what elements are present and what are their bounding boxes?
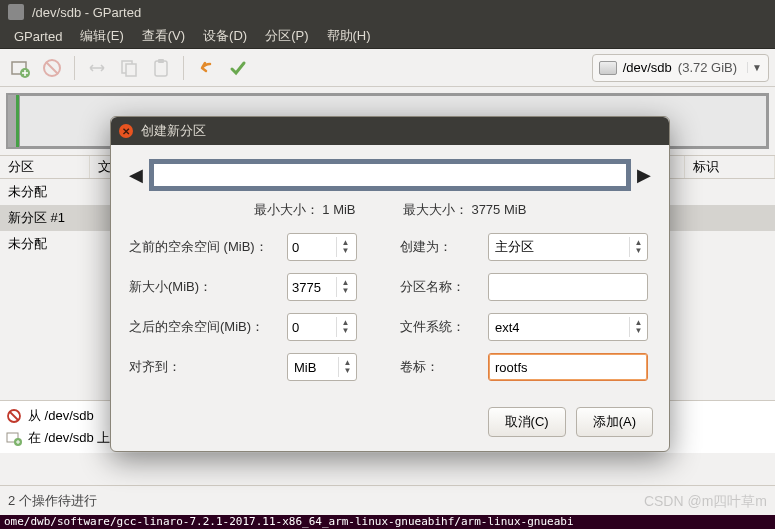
slider-right-handle[interactable]: ▶ <box>637 164 651 186</box>
svg-rect-5 <box>155 61 167 76</box>
dialog-titlebar[interactable]: ✕ 创建新分区 <box>111 117 669 145</box>
max-size-label: 最大大小： <box>403 202 468 217</box>
filesystem-label: 文件系统： <box>400 318 480 336</box>
partition-name-input[interactable] <box>488 273 648 301</box>
pending-text: 从 /dev/sdb <box>28 407 94 425</box>
menu-edit[interactable]: 编辑(E) <box>72 25 131 47</box>
slider-track[interactable] <box>149 159 631 191</box>
create-as-label: 创建为： <box>400 238 480 256</box>
row-label: 新分区 #1 <box>8 209 65 227</box>
min-size-value: 1 MiB <box>322 202 355 217</box>
disk-icon <box>599 61 617 75</box>
chevron-updown-icon: ▲▼ <box>629 317 647 337</box>
new-partition-button[interactable] <box>6 54 34 82</box>
status-text: 2 个操作待进行 <box>8 493 97 508</box>
new-size-input[interactable]: ▲▼ <box>287 273 357 301</box>
partition-name-label: 分区名称： <box>400 278 480 296</box>
add-button[interactable]: 添加(A) <box>576 407 653 437</box>
menu-view[interactable]: 查看(V) <box>134 25 193 47</box>
free-after-input[interactable]: ▲▼ <box>287 313 357 341</box>
stepper-arrows[interactable]: ▲▼ <box>336 237 354 257</box>
menu-partition[interactable]: 分区(P) <box>257 25 316 47</box>
volume-label-input[interactable] <box>488 353 648 381</box>
col-partition[interactable]: 分区 <box>0 156 90 178</box>
min-size-label: 最小大小： <box>254 202 319 217</box>
dialog-buttons: 取消(C) 添加(A) <box>111 395 669 451</box>
menubar: GParted 编辑(E) 查看(V) 设备(D) 分区(P) 帮助(H) <box>0 24 775 49</box>
row-label: 未分配 <box>8 235 47 253</box>
delete-icon <box>6 408 22 424</box>
filesystem-select[interactable]: ext4▲▼ <box>488 313 648 341</box>
stepper-arrows[interactable]: ▲▼ <box>336 317 354 337</box>
slider-left-handle[interactable]: ◀ <box>129 164 143 186</box>
align-label: 对齐到： <box>129 358 279 376</box>
menu-help[interactable]: 帮助(H) <box>319 25 379 47</box>
chevron-updown-icon: ▲▼ <box>629 237 647 257</box>
resize-button <box>83 54 111 82</box>
device-size: (3.72 GiB) <box>678 60 737 75</box>
menu-device[interactable]: 设备(D) <box>195 25 255 47</box>
menu-gparted[interactable]: GParted <box>6 27 70 46</box>
chevron-updown-icon: ▲▼ <box>338 357 356 377</box>
create-as-select[interactable]: 主分区▲▼ <box>488 233 648 261</box>
svg-rect-6 <box>158 59 164 63</box>
device-selector[interactable]: /dev/sdb (3.72 GiB) ▼ <box>592 54 769 82</box>
copy-button <box>115 54 143 82</box>
undo-button[interactable] <box>192 54 220 82</box>
align-select[interactable]: MiB▲▼ <box>287 353 357 381</box>
dialog-title: 创建新分区 <box>141 122 206 140</box>
apply-button[interactable] <box>224 54 252 82</box>
paste-button <box>147 54 175 82</box>
separator <box>183 56 184 80</box>
device-name: /dev/sdb <box>623 60 672 75</box>
terminal-strip: ome/dwb/software/gcc-linaro-7.2.1-2017.1… <box>0 515 775 529</box>
create-partition-dialog: ✕ 创建新分区 ◀ ▶ 最小大小： 1 MiB 最大大小： 3775 MiB 之… <box>110 116 670 452</box>
size-slider: ◀ ▶ <box>129 159 651 191</box>
status-bar: 2 个操作待进行 <box>0 485 775 515</box>
free-after-label: 之后的空余空间(MiB)： <box>129 318 279 336</box>
window-title: /dev/sdb - GParted <box>32 5 141 20</box>
chevron-down-icon: ▼ <box>747 62 762 73</box>
free-before-label: 之前的空余空间 (MiB)： <box>129 238 279 256</box>
separator <box>74 56 75 80</box>
row-label: 未分配 <box>8 183 47 201</box>
volume-label-label: 卷标： <box>400 358 480 376</box>
col-flags[interactable]: 标识 <box>685 156 775 178</box>
new-size-label: 新大小(MiB)： <box>129 278 279 296</box>
max-size-value: 3775 MiB <box>471 202 526 217</box>
free-before-input[interactable]: ▲▼ <box>287 233 357 261</box>
size-limits: 最小大小： 1 MiB 最大大小： 3775 MiB <box>129 201 651 219</box>
app-icon <box>8 4 24 20</box>
delete-button <box>38 54 66 82</box>
close-icon[interactable]: ✕ <box>119 124 133 138</box>
window-titlebar: /dev/sdb - GParted <box>0 0 775 24</box>
svg-rect-4 <box>126 64 136 76</box>
toolbar: /dev/sdb (3.72 GiB) ▼ <box>0 49 775 87</box>
stepper-arrows[interactable]: ▲▼ <box>336 277 354 297</box>
cancel-button[interactable]: 取消(C) <box>488 407 566 437</box>
add-icon <box>6 430 22 446</box>
